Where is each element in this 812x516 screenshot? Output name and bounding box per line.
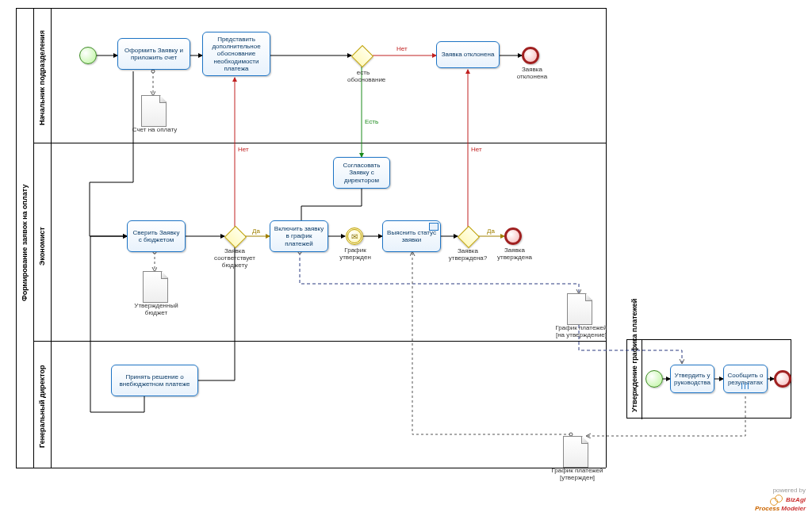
- lane-separator: [33, 143, 606, 143]
- gateway-approved: [458, 226, 478, 247]
- data-object-schedule-approved-icon: [563, 436, 588, 468]
- task-additional-justification: Представить дополнительное обоснование н…: [202, 32, 270, 76]
- subprocess-task-approve: Утвердить у руководства: [670, 365, 714, 393]
- flow-label-yes: Да: [487, 228, 495, 235]
- data-object-budget-icon: [143, 271, 168, 303]
- task-label: Сверить Заявку с бюджетом: [131, 229, 182, 243]
- task-agree-with-director: Согласовать Заявку с директором: [333, 157, 390, 189]
- flow-label-yes: Да: [252, 228, 260, 235]
- task-decide-offbudget: Принять решение о внебюджетном платеже: [111, 365, 198, 396]
- flow-label-no: Нет: [396, 46, 408, 53]
- subprocess-marker-icon: [429, 223, 439, 231]
- lane-title-2: Экономист: [38, 227, 46, 266]
- data-object-schedule-draft-icon: [567, 293, 592, 325]
- flow-label-yes: Есть: [365, 119, 378, 126]
- pool-border: [33, 8, 34, 468]
- flow-label-no: Нет: [471, 147, 482, 154]
- task-check-status: Выяснить статус заявки: [382, 220, 441, 252]
- bizagi-logo-icon: [770, 495, 783, 506]
- end-event-label: Заявка отклонена: [515, 67, 549, 81]
- subprocess-title: Утверждение графика платежей: [630, 299, 638, 412]
- gateway-label: есть обоснование: [347, 70, 379, 84]
- pool-border: [606, 8, 607, 468]
- subprocess-task-report: Сообщить о результатах III: [723, 365, 768, 393]
- subprocess-start-icon: [645, 370, 663, 388]
- watermark: powered by BizAgi Process Modeler: [755, 487, 806, 513]
- message-event-icon: ✉: [346, 227, 363, 245]
- diagram-canvas: Формирование заявок на оплату Начальник …: [0, 0, 812, 516]
- task-create-request: Оформить Заявку и приложить счет: [117, 38, 190, 70]
- gateway-label: Заявка утверждена?: [446, 248, 490, 262]
- pool-border: [16, 8, 606, 9]
- lane-title-1: Начальник подразделения: [38, 30, 46, 125]
- lane-title-3: Генеральный директор: [38, 365, 46, 448]
- task-label: Оформить Заявку и приложить счет: [121, 47, 186, 61]
- task-label: Согласовать Заявку с директором: [337, 162, 386, 184]
- watermark-line1: powered by: [755, 487, 806, 495]
- task-request-rejected: Заявка отклонена: [436, 41, 500, 68]
- data-object-label: Счет на оплату: [127, 127, 182, 134]
- subprocess-title-border: [642, 340, 642, 419]
- watermark-brand: Process: [755, 505, 781, 512]
- pool-title: Формирование заявок на оплату: [21, 185, 29, 301]
- task-check-budget: Сверить Заявку с бюджетом: [127, 220, 186, 252]
- end-event-approved-icon: [504, 227, 522, 245]
- task-label: Заявка отклонена: [442, 51, 495, 58]
- subprocess-end-icon: [774, 370, 791, 388]
- watermark-brand: BizAgi: [786, 496, 806, 503]
- task-label: Утвердить у руководства: [674, 372, 710, 386]
- watermark-brand: Modeler: [781, 505, 806, 512]
- data-object-label: График платежей [на утверждение]: [555, 325, 607, 339]
- task-label: Выяснить статус заявки: [386, 229, 437, 243]
- lane-separator: [33, 341, 606, 342]
- data-object-label: График платежей [утвержден]: [551, 468, 603, 482]
- multi-instance-marker-icon: III: [741, 382, 749, 392]
- pool-border: [16, 468, 606, 468]
- end-event-rejected-icon: [522, 47, 539, 64]
- data-object-invoice-icon: [141, 95, 167, 127]
- gateway-budget-ok: [224, 226, 245, 247]
- lane-border: [51, 8, 52, 468]
- task-include-in-schedule: Включить заявку в график платежей: [270, 220, 328, 252]
- end-event-label: Заявка утверждена: [496, 247, 534, 262]
- connectors: [0, 0, 812, 516]
- data-object-label: Утвержденный бюджет: [127, 303, 186, 317]
- pool-border: [16, 8, 17, 468]
- gateway-has-justification: [351, 45, 372, 66]
- task-label: Принять решение о внебюджетном платеже: [115, 373, 194, 388]
- gateway-label: Заявка соответствует бюджету: [206, 248, 263, 269]
- task-label: Включить заявку в график платежей: [274, 225, 324, 247]
- flow-label-no: Нет: [238, 147, 249, 154]
- task-label: Представить дополнительное обоснование н…: [206, 36, 266, 72]
- start-event-icon: [79, 47, 97, 64]
- message-event-label: График утвержден: [337, 247, 373, 262]
